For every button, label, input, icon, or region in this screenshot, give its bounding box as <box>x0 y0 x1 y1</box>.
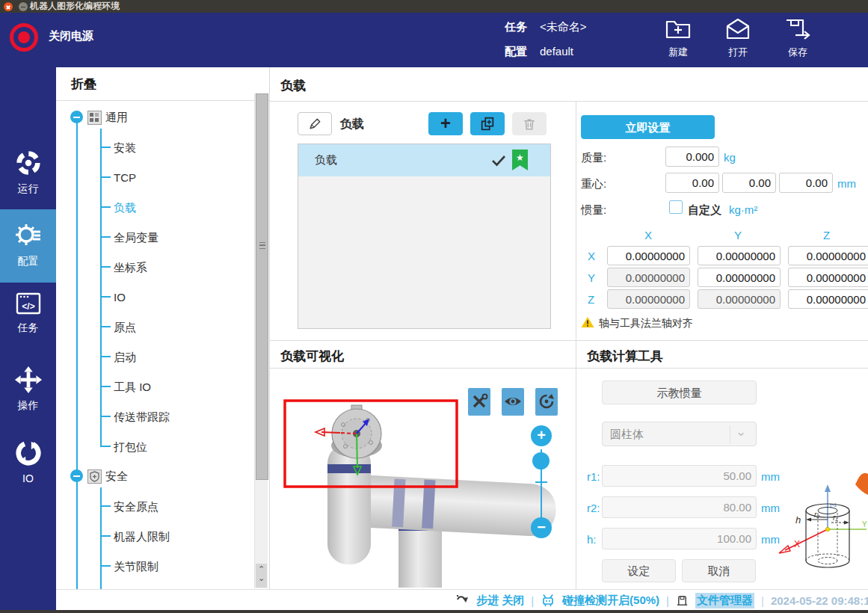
tree-item-io[interactable]: IO <box>114 291 126 304</box>
h-label: h: <box>587 533 597 546</box>
save-icon <box>784 17 812 41</box>
config-label: 配置 <box>505 45 527 59</box>
matrix-row-z: Z <box>588 293 594 306</box>
file-manager-button[interactable]: 文件管理器 <box>695 593 754 609</box>
bookmark-star-icon[interactable]: ★ <box>512 150 528 170</box>
scroll-down-icon[interactable]: ⌄ <box>256 573 267 585</box>
safety-group-icon <box>87 469 102 484</box>
copy-payload-button[interactable] <box>470 112 505 135</box>
tree-item-conveyor[interactable]: 传送带跟踪 <box>114 410 170 425</box>
tree-item-home[interactable]: 原点 <box>114 321 136 335</box>
collision-detect-icon <box>541 594 555 607</box>
tree-guide-line <box>100 487 102 589</box>
shape-selected-value: 圆柱体 <box>610 428 644 442</box>
payload-list-item[interactable]: 负载 ★ <box>298 144 550 176</box>
check-icon <box>491 155 506 167</box>
r2-input[interactable] <box>602 496 757 518</box>
matrix-yz-input[interactable] <box>788 268 868 287</box>
tree-item-robot-limits[interactable]: 机器人限制 <box>114 530 170 544</box>
zoom-out-button[interactable]: − <box>531 517 552 538</box>
robot-programming-app: 机器人图形化编程环境 关闭电源 任务 <未命名> 配置 default 新建 打… <box>0 0 868 613</box>
view-visibility-button[interactable] <box>502 388 524 416</box>
power-button-label[interactable]: 关闭电源 <box>49 29 93 43</box>
set-now-button[interactable]: 立即设置 <box>581 115 715 139</box>
centroid-y-input[interactable] <box>722 173 776 193</box>
zoom-slider-thumb[interactable] <box>532 452 550 469</box>
inertia-unit: kg·m² <box>729 203 757 216</box>
tree-item-safe-home[interactable]: 安全原点 <box>114 500 158 514</box>
tree-item-payload[interactable]: 负载 <box>114 201 136 215</box>
centroid-z-input[interactable] <box>779 173 833 193</box>
collision-detect-toggle[interactable]: 碰撞检测开启(50%) <box>562 594 659 608</box>
new-button[interactable]: 新建 <box>652 17 704 59</box>
tree-scrollbar[interactable]: ⌃ ⌄ <box>254 93 268 588</box>
sidebar: 运行 配置 </> 任务 <box>0 67 56 610</box>
view-tools-button[interactable] <box>468 388 490 416</box>
tools-icon <box>470 392 488 410</box>
set-button[interactable]: 设定 <box>602 559 676 582</box>
matrix-xx-input[interactable] <box>607 246 690 265</box>
zoom-slider-tick <box>535 481 547 483</box>
teach-inertia-button[interactable]: 示教惯量 <box>602 381 757 404</box>
mass-label: 质量: <box>581 151 606 165</box>
centroid-x-input[interactable] <box>665 173 719 193</box>
sidebar-item-config[interactable]: 配置 <box>0 209 56 283</box>
tree-group-general[interactable]: 通用 <box>105 111 128 125</box>
step-mode-toggle[interactable]: 步进 关闭 <box>476 594 524 608</box>
run-icon <box>14 149 43 177</box>
view-rotate-button[interactable] <box>535 388 558 416</box>
svg-text:h: h <box>795 514 801 526</box>
matrix-col-z: Z <box>823 229 830 241</box>
open-button[interactable]: 打开 <box>712 17 764 59</box>
tree-item-packing[interactable]: 打包位 <box>114 440 147 455</box>
sidebar-item-task[interactable]: </> 任务 <box>0 289 56 341</box>
tree-collapse-toggle-general[interactable] <box>70 111 83 123</box>
zoom-in-button[interactable]: + <box>531 425 552 446</box>
svg-text:Y: Y <box>862 520 867 529</box>
tree-item-joint-limits[interactable]: 关节限制 <box>114 560 158 574</box>
r2-label: r2: <box>587 502 600 514</box>
robot-3d-view[interactable] <box>277 372 576 588</box>
matrix-yy-input[interactable] <box>698 268 781 287</box>
add-payload-button[interactable]: + <box>428 112 463 135</box>
sidebar-item-io[interactable]: IO <box>0 436 56 488</box>
config-value: default <box>540 45 573 58</box>
matrix-zx-input <box>607 289 690 309</box>
tree-item-tcp[interactable]: TCP <box>114 171 136 184</box>
copy-icon <box>479 116 496 132</box>
svg-text:r₁: r₁ <box>833 514 837 522</box>
r1-input[interactable] <box>602 465 757 487</box>
visualization-title: 负载可视化 <box>280 348 344 365</box>
tree-item-startup[interactable]: 启动 <box>114 351 136 365</box>
sidebar-item-run[interactable]: 运行 <box>0 146 56 198</box>
tree-item-coord-sys[interactable]: 坐标系 <box>114 261 147 275</box>
tree-item-tool-io[interactable]: 工具 IO <box>114 381 151 395</box>
tree-guide-line <box>76 123 78 589</box>
tree-group-safety[interactable]: 安全 <box>105 469 128 484</box>
mass-input[interactable] <box>665 147 719 167</box>
chevron-down-icon: ⌄ <box>736 424 746 440</box>
file-manager-icon <box>676 594 689 607</box>
sidebar-item-operate[interactable]: 操作 <box>0 363 56 415</box>
open-envelope-icon <box>724 17 752 41</box>
collapse-button[interactable]: 折叠 <box>71 76 96 93</box>
save-button[interactable]: 保存 <box>772 17 824 59</box>
io-cycle-icon <box>14 439 43 467</box>
shape-select[interactable]: 圆柱体 ⌄ <box>602 422 757 446</box>
matrix-xz-input[interactable] <box>788 246 868 265</box>
payload-list: 负载 ★ <box>298 144 551 329</box>
tree-collapse-toggle-safety[interactable] <box>70 469 83 482</box>
robot-wrist-vertical <box>327 443 371 564</box>
cancel-button[interactable]: 取消 <box>682 559 756 582</box>
matrix-zz-input[interactable] <box>788 289 868 309</box>
h-input[interactable] <box>602 528 757 549</box>
tree-item-install[interactable]: 安装 <box>114 141 136 155</box>
window-close-icon[interactable] <box>4 2 13 11</box>
window-minimize-icon[interactable] <box>19 2 28 11</box>
matrix-xy-input[interactable] <box>698 246 781 265</box>
delete-payload-button[interactable] <box>512 112 547 135</box>
inertia-custom-checkbox[interactable] <box>669 200 683 214</box>
rename-payload-button[interactable] <box>298 112 332 135</box>
tree-scrollbar-thumb[interactable] <box>256 93 268 480</box>
tree-item-global-vars[interactable]: 全局变量 <box>114 231 158 245</box>
